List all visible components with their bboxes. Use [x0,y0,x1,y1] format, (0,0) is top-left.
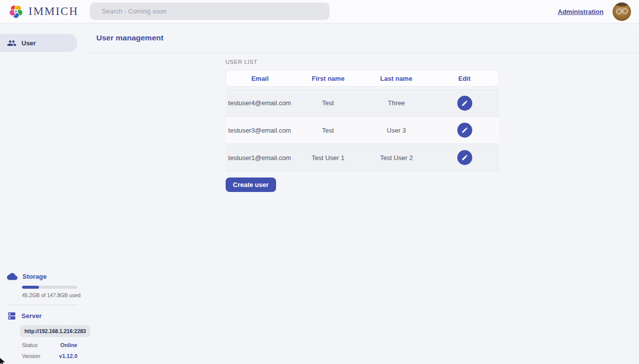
column-header-last-name: Last name [362,75,431,82]
version-label: Version [22,353,40,359]
user-list-heading: USER LIST [226,59,499,65]
table-header-row: Email First name Last name Edit [226,70,499,87]
storage-progress-track [22,286,77,289]
cell-first-name: Test [294,99,362,107]
sidebar-divider [7,305,77,305]
storage-usage-text: 45.2GB of 147.8GB used [22,292,85,298]
pencil-icon [461,154,468,161]
edit-user-button[interactable] [457,96,472,111]
page-title-bar: User management [85,23,639,53]
main-content: User management USER LIST Email First na… [85,23,639,364]
sidebar-status-panel: Storage 45.2GB of 147.8GB used Server ht… [0,271,85,359]
glasses-decoration [613,2,631,21]
users-icon [7,38,16,48]
cell-last-name: Test User 2 [362,154,431,162]
server-title: Server [21,312,41,320]
storage-progress-fill [22,286,39,289]
user-list-section: USER LIST Email First name Last name Edi… [226,59,499,192]
create-user-button[interactable]: Create user [226,178,277,192]
column-header-first-name: First name [294,75,362,82]
immich-flower-icon [8,3,24,19]
table-row: testuser1@email.com Test User 1 Test Use… [226,144,499,172]
sidebar: User Storage 45.2GB of 147.8GB used Serv… [0,23,85,364]
pencil-icon [461,127,468,134]
column-header-email: Email [226,75,295,82]
storage-title: Storage [22,273,46,280]
cell-first-name: Test [294,127,362,134]
sidebar-item-user[interactable]: User [0,34,77,52]
cell-last-name: Three [362,99,431,107]
logo-text: IMMICH [28,5,78,18]
version-value: v1.12.0 [59,353,77,359]
user-avatar[interactable] [613,2,631,21]
cell-email: testuser3@email.com [226,127,294,134]
page-title: User management [96,33,163,42]
edit-user-button[interactable] [457,123,472,138]
search-input[interactable] [90,2,329,20]
administration-link[interactable]: Administration [558,8,604,15]
cloud-icon [7,271,17,282]
server-icon [7,311,16,321]
immich-logo[interactable]: IMMICH [0,3,78,19]
column-header-edit: Edit [430,75,499,82]
top-bar: IMMICH Administration [0,0,639,23]
server-url-chip: http://192.168.1.216:2283 [20,325,90,337]
pencil-icon [461,100,468,107]
sidebar-item-label: User [21,39,36,47]
table-body: testuser4@email.com Test Three testuser3… [226,89,499,172]
edit-user-button[interactable] [457,150,472,165]
cell-first-name: Test User 1 [294,154,362,162]
status-value: Online [60,342,77,348]
cell-email: testuser1@email.com [226,154,294,162]
cell-email: testuser4@email.com [226,99,294,107]
table-row: testuser3@email.com Test User 3 [226,117,499,144]
status-label: Status [22,342,37,348]
server-version-row: Version v1.12.0 [22,353,77,359]
cell-last-name: User 3 [362,127,431,134]
server-status-row: Status Online [22,342,77,348]
table-row: testuser4@email.com Test Three [226,89,499,117]
